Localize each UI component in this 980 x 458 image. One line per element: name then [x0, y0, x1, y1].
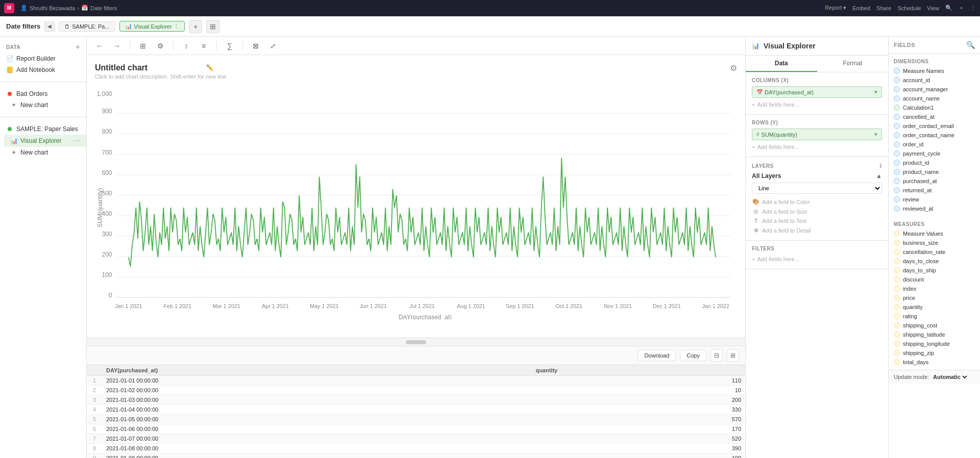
- dim-type-icon: [894, 150, 900, 157]
- row-num-cell: 1: [87, 376, 102, 386]
- dim-label: order_contact_name: [903, 132, 954, 138]
- sidebar-item-visual-explorer[interactable]: 📊 Visual Explorer ⋯: [4, 135, 86, 147]
- measure-field-item[interactable]: days_to_close: [889, 257, 980, 266]
- table-row: 3 2021-01-03 00:00:00 200: [87, 395, 745, 405]
- layers-info-icon[interactable]: ℹ: [879, 162, 882, 169]
- dimension-field-item[interactable]: purchased_at: [889, 176, 980, 186]
- search-icon[interactable]: 🔍: [945, 5, 952, 11]
- measure-field-item[interactable]: shipping_zip: [889, 348, 980, 358]
- collapse-sidebar-button[interactable]: ◀: [44, 21, 55, 32]
- measure-field-item[interactable]: shipping_longitude: [889, 339, 980, 348]
- measure-field-item[interactable]: shipping_cost: [889, 321, 980, 330]
- toolbar-sep-2: [173, 41, 174, 50]
- download-button[interactable]: Download: [638, 350, 676, 361]
- data-table-scroll[interactable]: DAY(purchased_at) quantity 1 2021-01-01 …: [87, 365, 745, 458]
- rows-field-pill[interactable]: # SUM(quantity) ▾: [752, 129, 882, 140]
- fields-search-icon[interactable]: 🔍: [966, 41, 975, 49]
- second-bar: Date filters ◀ 🗒 SAMPLE: Pa... 📊 Visual …: [0, 16, 980, 37]
- measure-field-item[interactable]: days_to_ship: [889, 266, 980, 275]
- measure-field-item[interactable]: index: [889, 284, 980, 293]
- measure-field-item[interactable]: rating: [889, 312, 980, 321]
- layer-size-row[interactable]: ◎ Add a field to Size: [752, 207, 882, 216]
- add-icon[interactable]: ＋: [959, 4, 964, 12]
- more-icon[interactable]: ⋮: [970, 5, 976, 11]
- copy-view-button[interactable]: ⊞: [136, 39, 150, 53]
- layer-text-row[interactable]: T Add a field to Text: [752, 216, 882, 225]
- visual-explorer-more[interactable]: ⋯: [73, 137, 80, 145]
- forward-button[interactable]: →: [110, 39, 124, 53]
- edit-title-icon[interactable]: ✏️: [206, 64, 214, 71]
- scroll-thumb[interactable]: [406, 340, 426, 344]
- dimension-field-item[interactable]: account_name: [889, 94, 980, 103]
- add-view-button[interactable]: ⊞: [206, 20, 219, 33]
- layer-detail-row[interactable]: ⊕ Add a field to Detail: [752, 225, 882, 235]
- dimension-field-item[interactable]: order_contact_email: [889, 121, 980, 131]
- sidebar-item-paper-sales[interactable]: SAMPLE: Paper Sales: [0, 123, 86, 135]
- measure-field-item[interactable]: total_days: [889, 358, 980, 367]
- sidebar-item-add-notebook[interactable]: 📒 Add Notebook: [0, 64, 86, 75]
- chart-scroll-bar[interactable]: [87, 338, 745, 346]
- page-title-text: Date filters: [6, 22, 40, 30]
- rows-add-field[interactable]: + Add fields here...: [752, 142, 882, 151]
- layers-collapse-arrow[interactable]: ▲: [876, 172, 882, 180]
- dimension-field-item[interactable]: order_contact_name: [889, 131, 980, 140]
- expand-button[interactable]: ⤢: [266, 39, 280, 53]
- dimension-field-item[interactable]: order_id: [889, 140, 980, 149]
- chart-title-input[interactable]: [95, 63, 202, 72]
- sum-button[interactable]: ∑: [223, 39, 236, 53]
- back-button[interactable]: ←: [93, 39, 106, 53]
- add-tab-button[interactable]: +: [189, 20, 202, 33]
- measure-field-item[interactable]: Measure Values: [889, 229, 980, 238]
- measure-field-item[interactable]: price: [889, 293, 980, 302]
- meas-type-icon: [894, 295, 900, 301]
- dimension-field-item[interactable]: product_name: [889, 167, 980, 176]
- tab-visual-more[interactable]: ⋮: [174, 23, 179, 30]
- right-tab-data[interactable]: Data: [746, 56, 817, 72]
- dimension-field-item[interactable]: product_id: [889, 158, 980, 167]
- sidebar-item-new-chart-1[interactable]: + New chart: [4, 99, 86, 111]
- filters-add-field[interactable]: + Add fields here...: [752, 255, 882, 264]
- right-tab-format[interactable]: Format: [817, 56, 889, 72]
- view-menu[interactable]: View: [927, 5, 939, 11]
- layer-type-select[interactable]: Line Bar Area Point: [752, 183, 882, 194]
- settings-button[interactable]: ⚙: [154, 39, 167, 53]
- measure-field-item[interactable]: shipping_latitude: [889, 330, 980, 339]
- tab-visual-explorer[interactable]: 📊 Visual Explorer ⋮: [119, 21, 185, 32]
- dimension-field-item[interactable]: account_id: [889, 75, 980, 85]
- copy-button[interactable]: Copy: [680, 350, 706, 361]
- share-menu[interactable]: Share: [876, 5, 891, 11]
- add-data-icon[interactable]: +: [76, 43, 80, 51]
- dimension-field-item[interactable]: reviewed_at: [889, 204, 980, 213]
- dimension-field-item[interactable]: cancelled_at: [889, 112, 980, 121]
- dimension-field-item[interactable]: payment_cycle: [889, 149, 980, 158]
- columns-field-pill[interactable]: 📅 DAY(purchased_at) ▾: [752, 86, 882, 98]
- dimension-field-item[interactable]: returned_at: [889, 186, 980, 195]
- dimension-field-item[interactable]: account_manager: [889, 85, 980, 94]
- row-qty-cell: 110: [531, 376, 745, 386]
- content-area: ← → ⊞ ⚙ ↕ ≡ ∑ ⊠ ⤢ ✏️ Click to add c: [87, 37, 745, 458]
- sort-button[interactable]: ↕: [180, 39, 193, 53]
- table-icon-btn-2[interactable]: ⊞: [727, 349, 739, 362]
- layer-color-row[interactable]: 🎨 Add a field to Color: [752, 197, 882, 207]
- columns-add-field[interactable]: + Add fields here...: [752, 100, 882, 109]
- measure-field-item[interactable]: quantity: [889, 302, 980, 312]
- schedule-menu[interactable]: Schedule: [897, 5, 921, 11]
- embed-menu[interactable]: Embed: [852, 5, 870, 11]
- measure-field-item[interactable]: business_size: [889, 238, 980, 247]
- dimension-field-item[interactable]: review: [889, 195, 980, 204]
- group-button[interactable]: ≡: [197, 39, 210, 53]
- measure-field-item[interactable]: cancellation_rate: [889, 247, 980, 257]
- sidebar-item-bad-orders[interactable]: Bad Orders: [0, 88, 86, 99]
- dimension-field-item[interactable]: Measure Names: [889, 66, 980, 75]
- sidebar-paper-sales-group: 📊 Visual Explorer ⋯ + New chart: [0, 135, 86, 158]
- measure-field-item[interactable]: discount: [889, 275, 980, 284]
- update-mode-select[interactable]: Automatic Manual: [931, 373, 969, 380]
- dimension-field-item[interactable]: Calculation1: [889, 103, 980, 112]
- tab-sample-pa[interactable]: 🗒 SAMPLE: Pa...: [59, 21, 115, 32]
- report-menu[interactable]: Report ▾: [825, 5, 846, 11]
- chart-settings-button[interactable]: ⚙: [730, 63, 737, 73]
- sidebar-item-report-builder[interactable]: 📄 Report Builder: [0, 53, 86, 64]
- sidebar-item-new-chart-2[interactable]: + New chart: [4, 147, 86, 158]
- size-button[interactable]: ⊠: [249, 39, 262, 53]
- table-icon-btn-1[interactable]: ⊟: [710, 349, 723, 362]
